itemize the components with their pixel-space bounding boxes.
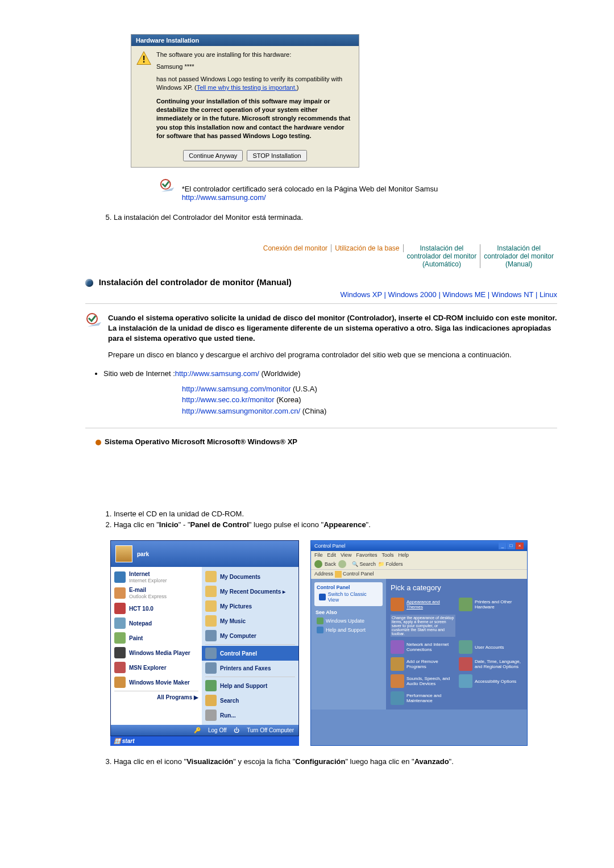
start-menu-item[interactable]: My Recent Documents ▸ (202, 584, 298, 599)
note-url-link[interactable]: http://www.samsung.com/ (182, 193, 266, 202)
cp-menubar[interactable]: FileEditViewFavoritesToolsHelp (311, 551, 527, 559)
tab-instalacion-manual[interactable]: Instalación delcontrolador del monitor(M… (480, 244, 557, 268)
control-panel-screenshot: Control Panel _□× FileEditViewFavoritesT… (310, 540, 528, 746)
step-2: Haga clic en "Inicio" - "Panel de Contro… (114, 520, 557, 529)
cp-menu-item[interactable]: File (314, 552, 323, 558)
cp-menu-item[interactable]: Help (398, 552, 409, 558)
step-1: Inserte el CD en la unidad de CD-ROM. (114, 510, 557, 518)
start-menu-item[interactable]: Help and Support (202, 678, 298, 693)
start-menu-item[interactable]: Notepad (111, 616, 202, 631)
info-bold-text: Cuando el sistema operativo solicite la … (108, 313, 557, 344)
cp-toolbar[interactable]: Back 🔍 Search 📁 Folders (311, 559, 527, 569)
start-menu-item[interactable]: My Pictures (202, 599, 298, 614)
cp-menu-item[interactable]: Tools (381, 552, 393, 558)
start-menu-item[interactable]: E-mailOutlook Express (111, 585, 202, 601)
continue-anyway-button[interactable]: Continue Anyway (183, 150, 243, 161)
start-menu-item[interactable]: InternetInternet Explorer (111, 569, 202, 585)
checkmark-icon (159, 179, 176, 196)
logoff-button[interactable]: 🔑 Log Off (194, 727, 226, 733)
cp-menu-item[interactable]: Favorites (356, 552, 377, 558)
start-menu-header: park (111, 541, 298, 567)
os-links: Windows XP | Windows 2000 | Windows ME |… (85, 290, 557, 299)
avatar (115, 545, 132, 562)
cp-seealso-0[interactable]: Windows Update (314, 616, 383, 625)
stop-installation-button[interactable]: STOP Installation (247, 150, 306, 161)
link-xp[interactable]: Windows XP (340, 290, 381, 299)
cp-addressbar[interactable]: Address Control Panel (311, 569, 527, 579)
note-text: *El controlador certificado será colocad… (182, 185, 438, 193)
link-linux[interactable]: Linux (540, 290, 557, 299)
cp-category[interactable]: Date, Time, Language, and Regional Optio… (459, 657, 521, 671)
info-plain-text: Prepare un disco en blanco y descargue e… (108, 350, 557, 360)
link-nt[interactable]: Windows NT (492, 290, 533, 299)
hardware-installation-dialog: Hardware Installation ! The software you… (131, 34, 359, 168)
tab-conexion[interactable]: Conexión del monitor (260, 244, 331, 252)
dialog-title: Hardware Installation (131, 35, 359, 46)
info-checkmark-icon (85, 313, 103, 360)
dialog-tellmewhy-link[interactable]: Tell me why this testing is important. (197, 84, 297, 91)
forward-icon (338, 560, 346, 568)
cp-category[interactable]: User Accounts (459, 640, 521, 654)
cp-category[interactable]: Performance and Maintenance (391, 691, 453, 705)
nav-tabs: Conexión del monitor Utilización de la b… (85, 244, 557, 268)
cp-category[interactable]: Printers and Other Hardware (459, 598, 521, 611)
link-w2k[interactable]: Windows 2000 (388, 290, 437, 299)
link-me[interactable]: Windows ME (442, 290, 486, 299)
site-link-3[interactable]: http://www.samsungmonitor.com.cn/ (182, 407, 300, 415)
cp-category[interactable]: Accessibility Options (459, 674, 521, 688)
cp-category[interactable]: Network and Internet Connections (391, 640, 453, 654)
start-menu-item[interactable]: Run... (202, 708, 298, 723)
cp-menu-item[interactable]: Edit (327, 552, 337, 558)
all-programs[interactable]: All Programs ▶ (111, 692, 202, 702)
start-menu-item[interactable]: Windows Media Player (111, 645, 202, 660)
cp-seealso-label: See Also (316, 610, 381, 615)
start-menu-item[interactable]: Windows Movie Maker (111, 675, 202, 690)
step-3: Haga clic en el icono "Visualización" y … (114, 757, 557, 766)
start-menu-item[interactable]: My Music (202, 614, 298, 628)
warning-icon: ! (136, 51, 152, 66)
site-list-item: Sitio web de Internet :http://www.samsun… (103, 369, 557, 378)
cp-menu-item[interactable]: View (341, 552, 351, 558)
start-menu-item[interactable]: Paint (111, 631, 202, 645)
dialog-line1: The software you are installing for this… (156, 51, 354, 59)
tab-utilizacion[interactable]: Utilización de la base (331, 244, 403, 252)
back-icon[interactable] (314, 560, 322, 568)
start-menu-item[interactable]: My Computer (202, 628, 298, 643)
cp-seealso-1[interactable]: Help and Support (314, 625, 383, 635)
start-menu-item[interactable]: MSN Explorer (111, 660, 202, 675)
section-title: Instalación del controlador de monitor (… (99, 277, 292, 287)
turnoff-button[interactable]: ⏻ Turn Off Computer (234, 727, 294, 733)
dialog-line2: has not passed Windows Logo testing to v… (156, 75, 354, 93)
cp-category[interactable]: Appearance and Themes (391, 598, 453, 611)
dialog-warning-text: Continuing your installation of this sof… (156, 97, 354, 141)
site-link-0[interactable]: http://www.samsung.com/ (175, 369, 259, 378)
step-5: La instalación del Controlador del Monit… (114, 213, 557, 222)
cp-switch-link[interactable]: Switch to Classic View (317, 590, 380, 604)
window-buttons[interactable]: _□× (498, 542, 524, 549)
taskbar-start[interactable]: 🪟 start (110, 736, 299, 746)
cp-title: Control Panel (314, 543, 346, 549)
start-menu-item[interactable]: Control Panel (202, 646, 298, 661)
sub-bullet-icon (96, 440, 101, 445)
cp-category[interactable]: Sounds, Speech, and Audio Devices (391, 674, 453, 688)
svg-text:!: ! (142, 55, 145, 64)
section-bullet-icon (85, 279, 93, 287)
cp-side-box: Control Panel Switch to Classic View (314, 582, 383, 606)
site-link-2[interactable]: http://www.sec.co.kr/monitor (182, 395, 275, 404)
cp-pick-category: Pick a category (391, 583, 522, 592)
cp-category[interactable]: Add or Remove Programs (391, 657, 453, 671)
os-heading: Sistema Operativo Microsoft Microsoft® W… (96, 437, 557, 446)
start-menu-footer: 🔑 Log Off ⏻ Turn Off Computer (111, 725, 298, 736)
tab-instalacion-auto[interactable]: Instalación delcontrolador del monitor(A… (404, 244, 481, 268)
start-menu-item[interactable]: My Documents (202, 569, 298, 584)
start-menu-screenshot: park InternetInternet ExplorerE-mailOutl… (110, 540, 299, 746)
start-menu-item[interactable]: HCT 10.0 (111, 601, 202, 616)
start-menu-item[interactable]: Printers and Faxes (202, 661, 298, 675)
dialog-device: Samsung **** (156, 62, 354, 71)
site-link-1[interactable]: http://www.samsung.com/monitor (182, 385, 291, 393)
start-menu-item[interactable]: Search (202, 693, 298, 708)
cp-category-tooltip: Change the appearance of desktop items, … (391, 615, 455, 637)
